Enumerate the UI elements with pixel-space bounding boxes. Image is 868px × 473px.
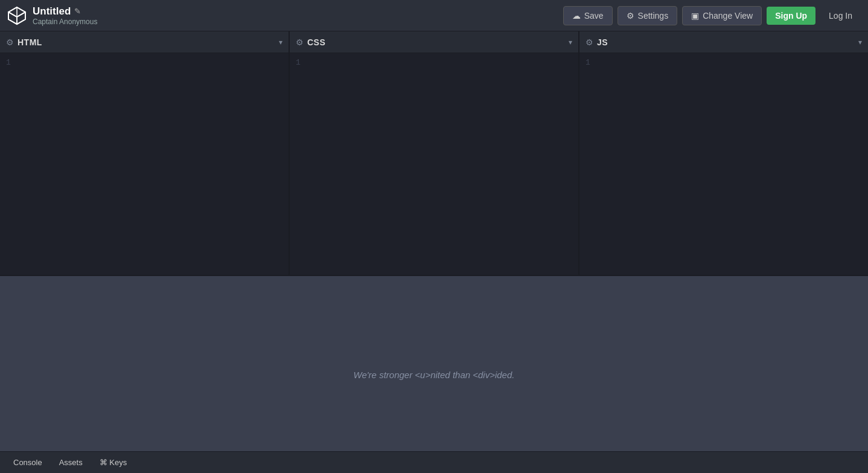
edit-icon[interactable]: ✎ (74, 7, 81, 16)
html-line-1: 1 (6, 58, 11, 67)
cloud-icon: ☁ (572, 11, 581, 21)
js-editor-header: ⚙ JS ▾ (579, 31, 868, 53)
view-icon: ▣ (691, 11, 699, 21)
console-tab[interactable]: Console (6, 455, 49, 470)
header: Untitled ✎ Captain Anonymous ☁ Save ⚙ Se… (0, 0, 868, 31)
assets-tab[interactable]: Assets (52, 455, 90, 470)
js-collapse-icon[interactable]: ▾ (858, 38, 862, 47)
signup-label: Sign Up (775, 11, 807, 21)
login-button[interactable]: Log In (820, 7, 861, 25)
js-line-1: 1 (586, 58, 590, 67)
js-lang-label: JS (597, 37, 608, 47)
change-view-button[interactable]: ▣ Change View (682, 6, 762, 25)
preview-area: We're stronger <u>nited than <div>ided. (0, 276, 868, 473)
css-collapse-icon[interactable]: ▾ (569, 38, 572, 47)
css-settings-icon[interactable]: ⚙ (296, 37, 304, 47)
css-editor-content[interactable]: 1 (290, 53, 578, 275)
editors-wrapper: ⚙ HTML ▾ 1 ⚙ CSS ▾ 1 ⚙ JS ▾ (0, 31, 868, 276)
console-tab-label: Console (13, 458, 42, 467)
css-line-1: 1 (296, 58, 301, 67)
preview-tagline: We're stronger <u>nited than <div>ided. (354, 370, 515, 380)
js-editor-panel: ⚙ JS ▾ 1 (579, 31, 868, 275)
logo-icon (7, 6, 27, 25)
change-view-label: Change View (703, 11, 753, 21)
header-buttons: ☁ Save ⚙ Settings ▣ Change View Sign Up … (563, 6, 861, 25)
save-label: Save (584, 11, 604, 21)
signup-button[interactable]: Sign Up (767, 7, 815, 25)
css-editor-header: ⚙ CSS ▾ (290, 31, 578, 53)
css-lang-label: CSS (307, 37, 325, 47)
login-label: Log In (829, 11, 852, 21)
subtitle: Captain Anonymous (33, 18, 97, 26)
keys-tab-label: ⌘ Keys (100, 458, 127, 467)
html-editor-content[interactable]: 1 (0, 53, 289, 275)
settings-label: Settings (638, 11, 669, 21)
assets-tab-label: Assets (59, 458, 83, 467)
logo-area: Untitled ✎ Captain Anonymous (7, 5, 563, 26)
js-editor-content[interactable]: 1 (579, 53, 868, 275)
svg-line-5 (8, 12, 17, 17)
html-editor-panel: ⚙ HTML ▾ 1 (0, 31, 290, 275)
css-editor-panel: ⚙ CSS ▾ 1 (290, 31, 579, 275)
html-lang-label: HTML (18, 37, 42, 47)
gear-icon: ⚙ (627, 11, 634, 21)
project-title[interactable]: Untitled (33, 5, 71, 18)
save-button[interactable]: ☁ Save (563, 6, 613, 25)
html-editor-header: ⚙ HTML ▾ (0, 31, 289, 53)
keys-tab[interactable]: ⌘ Keys (92, 455, 135, 470)
html-collapse-icon[interactable]: ▾ (279, 38, 282, 47)
bottom-bar: Console Assets ⌘ Keys (0, 451, 868, 473)
html-settings-icon[interactable]: ⚙ (6, 37, 14, 47)
settings-button[interactable]: ⚙ Settings (617, 6, 678, 25)
svg-line-6 (17, 12, 25, 17)
title-area: Untitled ✎ Captain Anonymous (33, 5, 97, 26)
js-settings-icon[interactable]: ⚙ (586, 37, 593, 47)
